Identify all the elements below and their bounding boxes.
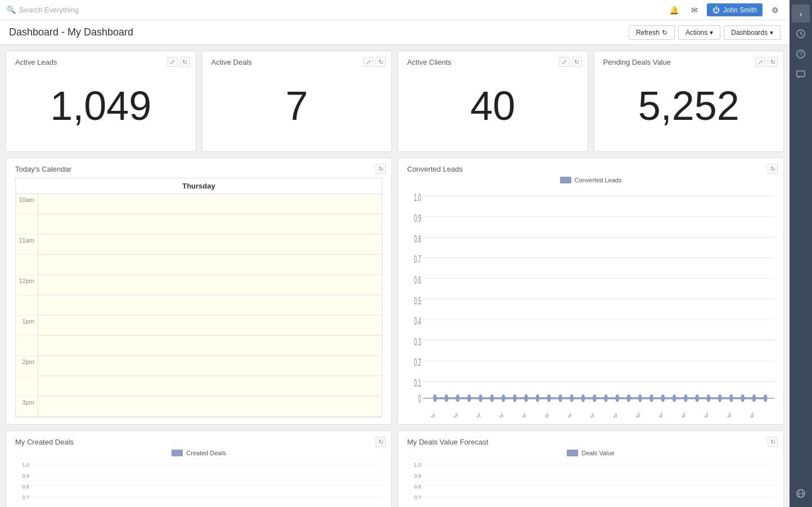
user-name: John Smith bbox=[723, 6, 757, 14]
mail-icon[interactable]: ✉ bbox=[687, 2, 702, 18]
subheader: Dashboard - My Dashboard Refresh ↻ Actio… bbox=[0, 20, 790, 45]
converted-leads-title: Converted Leads bbox=[407, 165, 774, 173]
calendar-row-2pm: 2pm bbox=[16, 356, 382, 376]
converted-leads-legend-color bbox=[560, 177, 571, 183]
search-input[interactable]: Search Everything bbox=[19, 6, 79, 14]
deals-forecast-widget: My Deals Value Forecast ↻ Deals Value 1.… bbox=[398, 430, 784, 507]
svg-text:0.1: 0.1 bbox=[414, 378, 421, 389]
svg-rect-206 bbox=[797, 71, 805, 77]
svg-text:19th May: 19th May bbox=[467, 410, 481, 418]
slot-11-30[interactable] bbox=[38, 255, 382, 275]
settings-icon[interactable]: ⚙ bbox=[767, 2, 783, 18]
calendar-day-header: Thursday bbox=[16, 178, 382, 194]
svg-text:0.8: 0.8 bbox=[414, 233, 421, 244]
actions-label: Actions bbox=[685, 29, 707, 37]
created-deals-legend-color bbox=[172, 450, 183, 456]
svg-point-51 bbox=[764, 394, 768, 402]
sidebar-chat-icon[interactable] bbox=[792, 65, 810, 83]
time-12pm: 12pm bbox=[16, 275, 38, 295]
deals-forecast-controls: ↻ bbox=[768, 437, 778, 447]
svg-point-28 bbox=[502, 394, 506, 402]
svg-text:4th June: 4th June bbox=[650, 410, 664, 418]
slot-11am[interactable] bbox=[38, 235, 382, 254]
active-clients-expand-icon[interactable]: ⤢ bbox=[560, 57, 570, 67]
right-sidebar: › ? bbox=[790, 0, 812, 507]
calendar-inner: Thursday 10am 11am bbox=[15, 178, 382, 418]
svg-point-32 bbox=[547, 394, 551, 402]
pending-deals-title: Pending Deals Value bbox=[603, 58, 775, 66]
pending-deals-refresh-icon[interactable]: ↻ bbox=[768, 57, 778, 67]
created-deals-refresh-icon[interactable]: ↻ bbox=[376, 437, 386, 447]
svg-point-34 bbox=[570, 394, 574, 402]
calendar-refresh-icon[interactable]: ↻ bbox=[376, 164, 386, 174]
svg-text:0.3: 0.3 bbox=[414, 336, 421, 347]
deals-forecast-refresh-icon[interactable]: ↻ bbox=[768, 437, 778, 447]
actions-button[interactable]: Actions ▾ bbox=[678, 25, 720, 40]
sidebar-globe-icon[interactable] bbox=[792, 484, 810, 502]
active-clients-title: Active Clients bbox=[407, 58, 579, 66]
notifications-icon[interactable]: 🔔 bbox=[666, 2, 682, 18]
pending-deals-value: 5,252 bbox=[603, 66, 775, 145]
converted-leads-legend: Converted Leads bbox=[407, 177, 774, 183]
slot-2-30[interactable] bbox=[38, 376, 382, 396]
sidebar-collapse-icon[interactable]: › bbox=[792, 5, 810, 23]
time-2-30 bbox=[16, 376, 38, 396]
created-deals-svg: 1.0 0.9 0.8 0.7 0.6 0.5 0.4 0.3 0.2 0.1 … bbox=[15, 459, 382, 507]
active-leads-expand-icon[interactable]: ⤢ bbox=[168, 57, 178, 67]
slot-10-30[interactable] bbox=[38, 214, 382, 234]
svg-text:1.0: 1.0 bbox=[22, 462, 29, 468]
active-leads-value: 1,049 bbox=[15, 66, 187, 145]
deals-forecast-svg: 1.0 0.9 0.8 0.7 0.6 0.5 0.4 0.3 0.2 0.1 … bbox=[407, 459, 774, 507]
svg-text:31st May: 31st May bbox=[604, 410, 618, 418]
active-deals-refresh-icon[interactable]: ↻ bbox=[376, 57, 386, 67]
svg-text:0.7: 0.7 bbox=[414, 495, 421, 500]
active-deals-expand-icon[interactable]: ⤢ bbox=[363, 57, 373, 67]
svg-point-29 bbox=[513, 394, 517, 402]
converted-leads-refresh-icon[interactable]: ↻ bbox=[768, 164, 778, 174]
svg-text:0.7: 0.7 bbox=[22, 495, 29, 500]
slot-2pm[interactable] bbox=[38, 356, 382, 376]
active-deals-card: Active Deals ⤢ ↻ 7 bbox=[202, 51, 393, 152]
active-clients-refresh-icon[interactable]: ↻ bbox=[572, 57, 582, 67]
sidebar-question-icon[interactable]: ? bbox=[792, 45, 810, 63]
slot-1pm[interactable] bbox=[38, 316, 382, 335]
slot-10am[interactable] bbox=[38, 194, 382, 214]
created-deals-controls: ↻ bbox=[376, 437, 386, 447]
time-1-30 bbox=[16, 336, 38, 356]
svg-point-41 bbox=[649, 394, 653, 402]
calendar-body: 10am 11am bbox=[16, 194, 382, 417]
svg-point-25 bbox=[467, 394, 471, 402]
svg-point-37 bbox=[604, 394, 608, 402]
svg-text:27th May: 27th May bbox=[558, 410, 572, 418]
active-clients-card: Active Clients ⤢ ↻ 40 bbox=[398, 51, 588, 152]
svg-text:0.6: 0.6 bbox=[414, 274, 421, 285]
calendar-row-11am: 11am bbox=[16, 235, 382, 255]
page-title: Dashboard - My Dashboard bbox=[9, 26, 133, 38]
slot-3pm[interactable] bbox=[38, 397, 382, 416]
active-leads-refresh-icon[interactable]: ↻ bbox=[180, 57, 190, 67]
svg-text:12th June: 12th June bbox=[740, 410, 755, 418]
svg-point-40 bbox=[638, 394, 642, 402]
dashboards-chevron-icon: ▾ bbox=[770, 29, 773, 37]
svg-point-44 bbox=[684, 394, 688, 402]
user-button[interactable]: ⏻ John Smith bbox=[707, 3, 763, 16]
svg-text:15th May: 15th May bbox=[421, 410, 435, 418]
svg-text:10th June: 10th June bbox=[717, 410, 732, 418]
slot-1-30[interactable] bbox=[38, 336, 382, 356]
refresh-label: Refresh bbox=[636, 29, 660, 37]
pending-deals-expand-icon[interactable]: ⤢ bbox=[755, 57, 765, 67]
calendar-widget: Today's Calendar ↻ Thursday 10am bbox=[6, 158, 392, 425]
svg-point-38 bbox=[615, 394, 619, 402]
actions-chevron-icon: ▾ bbox=[710, 29, 713, 37]
search-area[interactable]: 🔍 Search Everything bbox=[7, 6, 666, 14]
svg-text:0.9: 0.9 bbox=[22, 473, 29, 478]
refresh-button[interactable]: Refresh ↻ bbox=[629, 25, 675, 40]
created-deals-chart: 1.0 0.9 0.8 0.7 0.6 0.5 0.4 0.3 0.2 0.1 … bbox=[15, 459, 382, 507]
slot-12pm[interactable] bbox=[38, 275, 382, 295]
sidebar-clock-icon[interactable] bbox=[792, 25, 810, 43]
slot-12-30[interactable] bbox=[38, 295, 382, 315]
svg-point-49 bbox=[741, 394, 745, 402]
dashboards-button[interactable]: Dashboards ▾ bbox=[724, 25, 781, 40]
svg-point-36 bbox=[593, 394, 597, 402]
svg-point-50 bbox=[752, 394, 756, 402]
